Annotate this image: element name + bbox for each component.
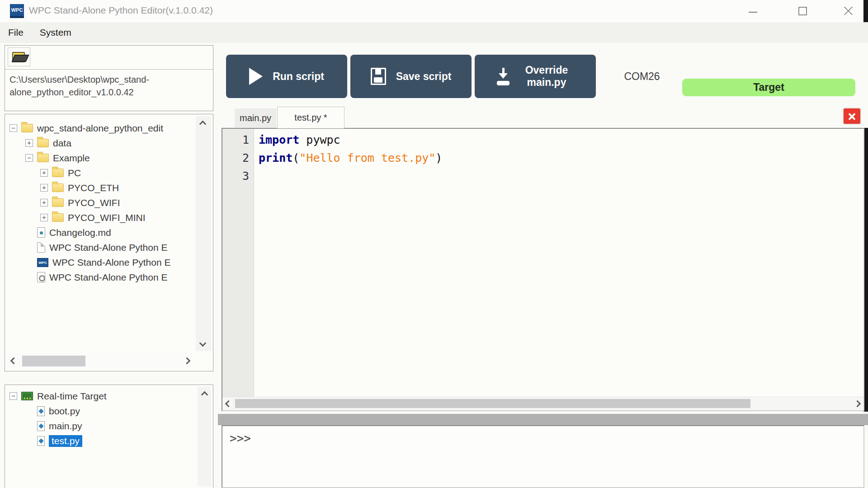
file-tree-horizontal-scrollbar[interactable] bbox=[7, 353, 194, 369]
tree-item-label[interactable]: PYCO_WIFI_MINI bbox=[68, 212, 146, 223]
tree-expander[interactable]: − bbox=[9, 392, 17, 400]
folder-icon bbox=[52, 169, 64, 177]
tree-item[interactable]: WPC WPC Stand-Alone Python E bbox=[5, 255, 194, 270]
path-panel: C:\Users\user\Desktop\wpc_stand-alone_py… bbox=[5, 45, 213, 111]
file-tree-panel: − wpc_stand-alone_python_edit + data − E… bbox=[5, 114, 213, 371]
folder-icon bbox=[21, 124, 33, 132]
scroll-left-icon[interactable] bbox=[10, 357, 18, 365]
tab-main-py[interactable]: main.py bbox=[235, 108, 276, 127]
code-token: "Hello from test.py" bbox=[299, 151, 435, 164]
tree-expander[interactable]: + bbox=[40, 199, 48, 206]
console-prompt: >>> bbox=[230, 432, 251, 445]
tree-expander[interactable]: + bbox=[40, 214, 48, 221]
scroll-right-icon[interactable] bbox=[854, 400, 861, 408]
target-vertical-scrollbar[interactable] bbox=[198, 387, 211, 486]
scroll-left-icon[interactable] bbox=[225, 400, 232, 408]
tree-item[interactable]: main.py bbox=[5, 418, 194, 433]
tree-item[interactable]: boot.py bbox=[5, 404, 194, 418]
line-number: 2 bbox=[222, 149, 254, 167]
run-script-button[interactable]: Run script bbox=[226, 55, 347, 98]
chip-icon bbox=[21, 392, 33, 400]
open-folder-icon bbox=[12, 52, 26, 62]
save-script-label: Save script bbox=[396, 70, 452, 83]
tree-item-label[interactable]: boot.py bbox=[49, 406, 80, 417]
tree-item[interactable]: + PC bbox=[5, 165, 194, 180]
tree-item-label[interactable]: Real-time Target bbox=[37, 391, 107, 402]
splitter-handle[interactable] bbox=[218, 414, 868, 425]
file-tree: − wpc_stand-alone_python_edit + data − E… bbox=[5, 121, 194, 285]
line-number: 1 bbox=[222, 131, 254, 149]
tree-item-label[interactable]: WPC Stand-Alone Python E bbox=[49, 242, 167, 253]
code-line[interactable] bbox=[259, 167, 863, 185]
open-folder-button[interactable] bbox=[8, 47, 30, 66]
tree-expander[interactable]: − bbox=[25, 154, 33, 162]
play-icon bbox=[249, 68, 263, 85]
folder-icon bbox=[52, 183, 64, 192]
realtime-target-panel: − Real-time Target boot.py main.py test.… bbox=[5, 385, 213, 488]
tree-item[interactable]: Changelog.md bbox=[5, 225, 194, 240]
tree-expander[interactable]: + bbox=[40, 169, 48, 177]
file-tree-vertical-scrollbar[interactable] bbox=[196, 116, 211, 351]
code-area[interactable]: import pywpcprint("Hello from test.py") bbox=[254, 129, 863, 397]
tree-item-label[interactable]: data bbox=[53, 138, 71, 149]
close-window-button[interactable] bbox=[835, 0, 861, 22]
editor-body: 123 import pywpcprint("Hello from test.p… bbox=[222, 129, 863, 397]
tree-item-label[interactable]: wpc_stand-alone_python_edit bbox=[37, 123, 163, 134]
tree-item[interactable]: − Example bbox=[5, 150, 194, 165]
code-line[interactable]: import pywpc bbox=[259, 131, 863, 149]
scroll-down-icon[interactable] bbox=[199, 340, 207, 347]
tree-item[interactable]: + PYCO_ETH bbox=[5, 180, 194, 195]
maximize-button[interactable] bbox=[790, 0, 816, 22]
tree-item[interactable]: test.py bbox=[5, 433, 194, 448]
tree-item[interactable]: + PYCO_WIFI_MINI bbox=[5, 210, 194, 225]
tree-item-label[interactable]: PYCO_WIFI bbox=[68, 197, 120, 208]
app-logo-icon: WPC bbox=[10, 4, 24, 18]
scroll-up-icon[interactable] bbox=[199, 121, 207, 128]
close-tab-button[interactable] bbox=[843, 108, 861, 125]
tree-item[interactable]: + PYCO_WIFI bbox=[5, 195, 194, 210]
minimize-icon bbox=[749, 12, 757, 13]
folder-icon bbox=[52, 213, 64, 222]
mdfile-icon bbox=[37, 227, 45, 238]
docfile-icon bbox=[37, 242, 45, 253]
tree-expander[interactable]: + bbox=[40, 184, 48, 192]
scrollbar-thumb[interactable] bbox=[22, 356, 85, 366]
tree-item[interactable]: + data bbox=[5, 136, 194, 150]
override-main-button[interactable]: Override main.py bbox=[475, 55, 596, 98]
tree-item-label[interactable]: WPC Stand-Alone Python E bbox=[52, 257, 170, 268]
tree-expander[interactable]: + bbox=[25, 139, 33, 147]
save-script-button[interactable]: Save script bbox=[350, 55, 472, 98]
menu-item-file[interactable]: File bbox=[8, 27, 24, 38]
save-icon bbox=[371, 68, 386, 85]
line-number: 3 bbox=[222, 167, 254, 185]
code-line[interactable]: print("Hello from test.py") bbox=[259, 149, 863, 167]
tab-test-py[interactable]: test.py * bbox=[277, 107, 344, 128]
tree-item-label[interactable]: test.py bbox=[49, 435, 82, 447]
scroll-up-icon[interactable] bbox=[201, 391, 208, 399]
code-token: ) bbox=[435, 151, 442, 164]
tree-item-label[interactable]: main.py bbox=[49, 421, 82, 432]
target-tree: − Real-time Target boot.py main.py test.… bbox=[5, 389, 194, 448]
tree-item-label[interactable]: Example bbox=[53, 153, 90, 164]
tree-item[interactable]: WPC Stand-Alone Python E bbox=[5, 240, 194, 255]
console-output[interactable]: >>> bbox=[222, 425, 864, 488]
tree-expander[interactable]: − bbox=[9, 124, 17, 132]
tree-item[interactable]: WPC Stand-Alone Python E bbox=[5, 270, 194, 285]
workspace-path: C:\Users\user\Desktop\wpc_stand-alone_py… bbox=[5, 69, 213, 99]
tree-item[interactable]: − wpc_stand-alone_python_edit bbox=[5, 121, 194, 136]
tree-item[interactable]: − Real-time Target bbox=[5, 389, 194, 404]
minimize-button[interactable] bbox=[741, 0, 766, 22]
tree-item-label[interactable]: PC bbox=[68, 168, 81, 178]
screen-edge bbox=[863, 0, 868, 22]
tree-item-label[interactable]: PYCO_ETH bbox=[68, 183, 119, 193]
wpcapp-icon: WPC bbox=[37, 258, 48, 267]
editor-horizontal-scrollbar[interactable] bbox=[222, 397, 863, 410]
scroll-right-icon[interactable] bbox=[184, 357, 191, 365]
scrollbar-thumb[interactable] bbox=[235, 399, 750, 408]
code-editor[interactable]: 123 import pywpcprint("Hello from test.p… bbox=[222, 128, 864, 411]
menu-item-system[interactable]: System bbox=[40, 27, 71, 38]
tree-item-label[interactable]: Changelog.md bbox=[49, 227, 111, 238]
pyfile-icon bbox=[37, 406, 45, 416]
target-button[interactable]: Target bbox=[682, 79, 855, 96]
tree-item-label[interactable]: WPC Stand-Alone Python E bbox=[49, 272, 167, 283]
